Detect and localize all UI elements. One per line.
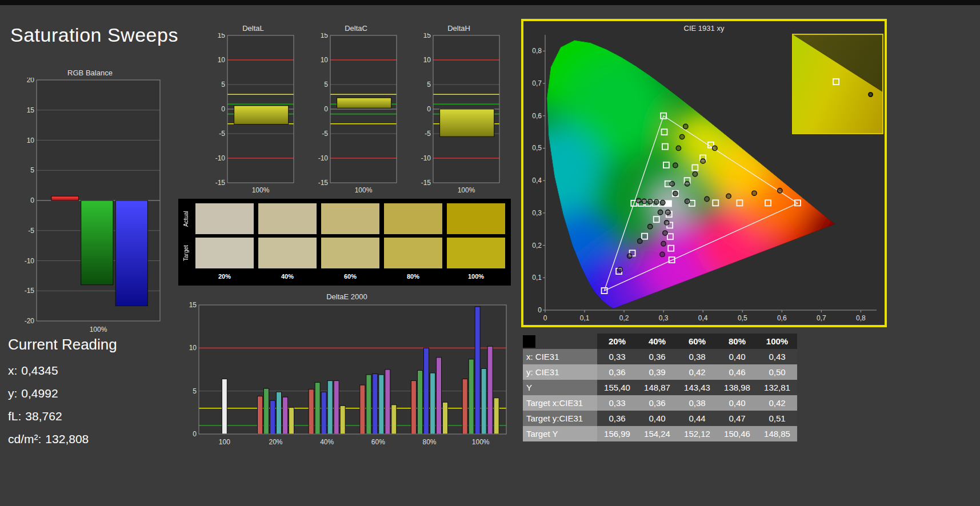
measurement-marker-green bbox=[670, 182, 674, 186]
y-tick-label: 10 bbox=[321, 56, 329, 64]
measurement-marker-red bbox=[685, 199, 689, 203]
table-cell: 0,42 bbox=[757, 395, 797, 411]
red-deltae-bar bbox=[411, 381, 417, 434]
reading-cdm2-label: cd/m²: bbox=[8, 432, 41, 445]
swatch-column-label-1: 40% bbox=[258, 272, 317, 282]
y-tick-label: 10 bbox=[189, 344, 197, 352]
measurement-marker-cyan bbox=[654, 199, 659, 204]
reading-cdm2: cd/m²:132,808 bbox=[8, 432, 117, 446]
x-tick-label: 60% bbox=[371, 438, 385, 446]
x-tick-label: 80% bbox=[422, 438, 436, 446]
table-column-header-4: 100% bbox=[757, 334, 797, 349]
swatch-spacer bbox=[181, 272, 191, 282]
y-tick-label: -5 bbox=[425, 130, 431, 138]
measurement-marker-blue bbox=[627, 254, 632, 258]
delta-l-chart-title: DeltaL bbox=[210, 24, 296, 33]
y-tick-label: -5 bbox=[28, 227, 34, 235]
green-deltae-bar bbox=[264, 388, 269, 434]
blue-deltae-bar bbox=[373, 374, 378, 434]
delta-c-chart-panel[interactable]: DeltaC 151050-5-10-15100% bbox=[313, 24, 399, 198]
cie-chart-panel[interactable]: CIE 1931 xy 00,10,20,30,40,50,60,70,800,… bbox=[521, 19, 887, 327]
table-cell: 0,36 bbox=[597, 364, 637, 380]
y-tick-label: 0 bbox=[193, 430, 197, 438]
rgb-balance-chart-panel[interactable]: RGB Balance 20151050-5-10-15-20100% bbox=[17, 69, 163, 338]
white-deltae-bar bbox=[222, 379, 227, 434]
green-deltae-bar bbox=[418, 371, 423, 434]
measurement-marker-cyan bbox=[636, 198, 641, 203]
y-tick-label: -20 bbox=[25, 317, 35, 325]
swatch-actual-2 bbox=[321, 203, 379, 234]
yellow-deltae-bar bbox=[391, 405, 397, 434]
reading-cdm2-value: 132,808 bbox=[45, 432, 89, 445]
reading-fl-label: fL: bbox=[8, 409, 21, 423]
reading-y-value: 0,4992 bbox=[21, 387, 58, 400]
measurement-marker-green bbox=[679, 134, 684, 139]
table-cell: 0,50 bbox=[757, 364, 797, 380]
measurement-marker-magenta bbox=[664, 220, 669, 225]
blue-deltae-bar bbox=[321, 392, 326, 434]
red-deltae-bar bbox=[462, 379, 467, 434]
reading-fl-value: 38,762 bbox=[25, 409, 62, 423]
y-tick-label: 5 bbox=[30, 166, 34, 174]
y-tick-label: 0,4 bbox=[532, 176, 542, 184]
y-tick-label: 10 bbox=[423, 56, 431, 64]
x-tick-label: 0,7 bbox=[817, 314, 826, 322]
table-row-label: Target y:CIE31 bbox=[523, 411, 597, 426]
green-deltae-bar bbox=[366, 375, 371, 434]
red-deltae-bar bbox=[360, 385, 365, 434]
table-cell: 154,24 bbox=[637, 426, 677, 441]
delta-bar bbox=[337, 98, 391, 108]
delta-e-chart-panel[interactable]: DeltaE 2000 15105010020%40%60%80%100% bbox=[182, 292, 512, 449]
measurement-marker-red bbox=[726, 194, 731, 198]
measurement-marker-yellow bbox=[685, 182, 689, 186]
magenta-deltae-bar bbox=[385, 370, 390, 434]
table-cell: 0,47 bbox=[717, 411, 757, 426]
delta-bar bbox=[440, 109, 494, 136]
cyan-deltae-bar bbox=[277, 392, 282, 434]
table-cell: 138,98 bbox=[717, 380, 757, 395]
table-column-header-1: 40% bbox=[637, 334, 677, 349]
y-tick-label: 0 bbox=[324, 105, 328, 113]
table-cell: 0,40 bbox=[717, 395, 757, 411]
y-tick-label: 15 bbox=[321, 33, 329, 39]
rgb-balance-chart-canvas: 20151050-5-10-15-20100% bbox=[17, 78, 163, 336]
delta-h-chart-panel[interactable]: DeltaH 151050-5-10-15100% bbox=[416, 24, 502, 198]
table-cell: 0,46 bbox=[717, 364, 757, 380]
x-tick-label: 100% bbox=[472, 438, 490, 446]
measurement-marker-cyan bbox=[642, 199, 646, 203]
swatch-row-label-target: Target bbox=[181, 238, 191, 268]
table-cell: 148,87 bbox=[637, 380, 677, 395]
magenta-deltae-bar bbox=[487, 346, 493, 434]
y-tick-label: 0,3 bbox=[532, 209, 542, 217]
swatch-target-0 bbox=[195, 238, 254, 268]
swatch-target-2 bbox=[321, 238, 379, 268]
x-tick-label: 0,5 bbox=[738, 314, 747, 322]
y-tick-label: 15 bbox=[218, 33, 226, 39]
table-column-header-3: 80% bbox=[717, 334, 757, 349]
y-tick-label: 15 bbox=[27, 106, 35, 114]
yellow-deltae-bar bbox=[289, 407, 294, 434]
measurement-marker-green bbox=[683, 124, 688, 128]
x-tick-label: 100 bbox=[219, 438, 230, 446]
delta-l-chart-panel[interactable]: DeltaL 151050-5-10-15100% bbox=[210, 24, 296, 198]
y-tick-label: 5 bbox=[324, 81, 328, 89]
swatch-column-label-2: 60% bbox=[321, 272, 379, 282]
swatch-actual-1 bbox=[258, 203, 317, 234]
delta-e-chart-title: DeltaE 2000 bbox=[182, 292, 512, 302]
measurement-marker-magenta bbox=[661, 242, 666, 246]
delta-c-chart-title: DeltaC bbox=[313, 24, 399, 33]
y-tick-label: -15 bbox=[215, 179, 226, 187]
measurement-marker-magenta bbox=[663, 231, 667, 235]
current-reading-title: Current Reading bbox=[8, 336, 117, 354]
y-tick-label: 10 bbox=[218, 56, 226, 64]
swatch-column-label-0: 20% bbox=[195, 272, 254, 282]
swatch-target-4 bbox=[447, 238, 505, 268]
red-deltae-bar bbox=[258, 396, 263, 434]
reading-x-value: 0,4345 bbox=[21, 364, 58, 377]
swatch-comparison-panel[interactable]: ActualTarget20%40%60%80%100% bbox=[178, 199, 511, 286]
reading-y: y:0,4992 bbox=[8, 387, 117, 400]
table-row-label: y: CIE31 bbox=[523, 364, 597, 380]
measurement-marker-red bbox=[778, 188, 782, 193]
y-tick-label: -5 bbox=[219, 130, 225, 138]
y-tick-label: 10 bbox=[27, 136, 35, 144]
